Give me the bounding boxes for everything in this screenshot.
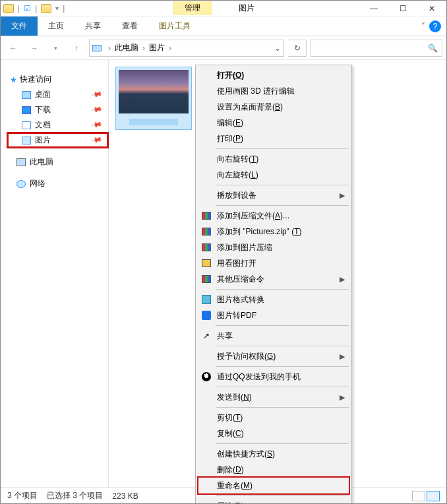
file-thumbnail[interactable] xyxy=(115,67,192,130)
sidebar-item-thispc[interactable]: 此电脑 xyxy=(7,154,108,170)
ctx-properties[interactable]: 属性(R) xyxy=(197,498,350,504)
ctx-rotate-left[interactable]: 向左旋转(L) xyxy=(197,167,350,183)
documents-icon xyxy=(22,121,31,129)
tab-file[interactable]: 文件 xyxy=(1,16,38,36)
chevron-right-icon[interactable]: › xyxy=(166,44,174,53)
ctx-edit[interactable]: 编辑(E) xyxy=(197,115,350,131)
ctx-copy[interactable]: 复制(C) xyxy=(197,425,350,441)
chevron-down-icon[interactable]: ▾ xyxy=(55,5,59,12)
recent-dropdown[interactable]: ▾ xyxy=(47,40,64,57)
quick-access-group: ★ 快速访问 桌面 📌 下载 📌 文档 📌 图片 📌 xyxy=(1,72,108,148)
tab-share[interactable]: 共享 xyxy=(74,16,111,36)
expand-ribbon-icon[interactable]: ˅ xyxy=(421,22,425,31)
chevron-right-icon[interactable]: › xyxy=(105,44,113,53)
ctx-grant-access[interactable]: 授予访问权限(G)▶ xyxy=(197,348,350,364)
ctx-paint3d[interactable]: 使用画图 3D 进行编辑 xyxy=(197,83,350,99)
qat-divider: | xyxy=(63,4,65,13)
ctx-share[interactable]: ↗共享 xyxy=(197,328,350,344)
title-center: 管理 图片 xyxy=(67,1,359,15)
ctx-other-archive[interactable]: 其他压缩命令▶ xyxy=(197,271,350,287)
tab-home[interactable]: 主页 xyxy=(38,16,74,36)
address-bar: ← → ▾ ↑ › 此电脑 › 图片 › ⌄ ↻ 🔍 xyxy=(1,36,446,60)
contextual-tab-label: 管理 xyxy=(173,1,212,15)
pin-icon: 📌 xyxy=(91,134,104,146)
ctx-add-pictures-zip[interactable]: 添加到 "Pictures.zip" (T) xyxy=(197,224,350,239)
chevron-right-icon[interactable]: › xyxy=(140,44,148,53)
folder-icon xyxy=(41,4,51,13)
maximize-button[interactable]: ☐ xyxy=(388,1,417,16)
back-button[interactable]: ← xyxy=(5,40,22,57)
refresh-button[interactable]: ↻ xyxy=(288,40,307,57)
navigation-pane: ★ 快速访问 桌面 📌 下载 📌 文档 📌 图片 📌 xyxy=(1,60,109,488)
pin-icon: 📌 xyxy=(91,104,104,116)
close-button[interactable]: ✕ xyxy=(417,1,446,16)
submenu-arrow-icon: ▶ xyxy=(340,191,345,200)
breadcrumb[interactable]: › 此电脑 › 图片 › ⌄ xyxy=(89,40,284,57)
quick-access-header[interactable]: ★ 快速访问 xyxy=(7,72,108,87)
help-icon[interactable]: ? xyxy=(429,20,441,32)
sidebar-item-label: 下载 xyxy=(35,104,51,115)
submenu-arrow-icon: ▶ xyxy=(340,393,345,402)
sidebar-item-documents[interactable]: 文档 📌 xyxy=(7,117,108,133)
sidebar-item-downloads[interactable]: 下载 📌 xyxy=(7,102,108,117)
archive-icon xyxy=(201,274,212,284)
up-button[interactable]: ↑ xyxy=(68,40,85,57)
ctx-add-picture-archive[interactable]: 添加到图片压缩 xyxy=(197,239,350,255)
ribbon-right: ˅ ? xyxy=(421,16,446,36)
ctx-delete[interactable]: 删除(D) xyxy=(197,462,350,478)
network-icon xyxy=(16,180,26,188)
thumbnails-view-button[interactable] xyxy=(427,491,440,501)
ctx-cut[interactable]: 剪切(T) xyxy=(197,410,350,425)
ctx-qq-send[interactable]: 通过QQ发送到我的手机 xyxy=(197,369,350,385)
pc-icon xyxy=(16,158,26,166)
context-menu: 打开(O) 使用画图 3D 进行编辑 设置为桌面背景(B) 编辑(E) 打印(P… xyxy=(195,65,352,504)
thispc-group: 此电脑 xyxy=(1,154,108,170)
sidebar-item-desktop[interactable]: 桌面 📌 xyxy=(7,87,108,102)
chevron-down-icon[interactable]: ⌄ xyxy=(274,44,281,53)
ctx-cast[interactable]: 播放到设备▶ xyxy=(197,187,350,203)
archive-icon xyxy=(201,242,212,253)
tab-view[interactable]: 查看 xyxy=(111,16,148,36)
search-input[interactable]: 🔍 xyxy=(311,40,442,57)
separator xyxy=(216,443,349,444)
separator xyxy=(216,325,349,326)
ctx-print[interactable]: 打印(P) xyxy=(197,131,350,146)
downloads-icon xyxy=(22,106,31,114)
details-view-button[interactable] xyxy=(412,491,425,501)
separator xyxy=(216,407,349,408)
viewer-icon xyxy=(201,258,212,268)
separator xyxy=(216,289,349,290)
ctx-rotate-right[interactable]: 向右旋转(T) xyxy=(197,151,350,167)
separator xyxy=(216,366,349,367)
pin-icon: 📌 xyxy=(91,119,104,131)
breadcrumb-current[interactable]: 图片 xyxy=(149,42,165,53)
ctx-create-shortcut[interactable]: 创建快捷方式(S) xyxy=(197,446,350,462)
separator xyxy=(216,387,349,387)
sidebar-item-label: 图片 xyxy=(35,135,51,146)
qq-icon xyxy=(201,371,212,382)
submenu-arrow-icon: ▶ xyxy=(340,352,345,361)
sidebar-item-network[interactable]: 网络 xyxy=(7,176,108,191)
checkbox-icon[interactable]: ☑ xyxy=(24,4,31,13)
separator xyxy=(216,495,349,496)
ctx-add-archive[interactable]: 添加到压缩文件(A)... xyxy=(197,208,350,224)
sidebar-item-label: 文档 xyxy=(35,119,51,131)
tab-picture-tools[interactable]: 图片工具 xyxy=(148,16,201,36)
ctx-set-background[interactable]: 设置为桌面背景(B) xyxy=(197,99,350,115)
separator xyxy=(216,205,349,206)
thumbnail-image xyxy=(119,70,189,113)
separator xyxy=(216,185,349,185)
ctx-send-to[interactable]: 发送到(N)▶ xyxy=(197,389,350,405)
ctx-open[interactable]: 打开(O) xyxy=(197,67,350,83)
sidebar-item-pictures[interactable]: 图片 📌 xyxy=(7,133,108,148)
ctx-to-pdf[interactable]: 图片转PDF xyxy=(197,307,350,323)
breadcrumb-root[interactable]: 此电脑 xyxy=(115,42,138,53)
forward-button[interactable]: → xyxy=(26,40,43,57)
ctx-open-viewer[interactable]: 用看图打开 xyxy=(197,255,350,271)
sidebar-item-label: 此电脑 xyxy=(30,156,53,168)
minimize-button[interactable]: — xyxy=(359,1,388,16)
share-icon: ↗ xyxy=(201,331,212,341)
thumbnail-caption xyxy=(129,119,178,125)
ctx-rename[interactable]: 重命名(M) xyxy=(197,478,350,493)
ctx-convert-format[interactable]: 图片格式转换 xyxy=(197,292,350,307)
